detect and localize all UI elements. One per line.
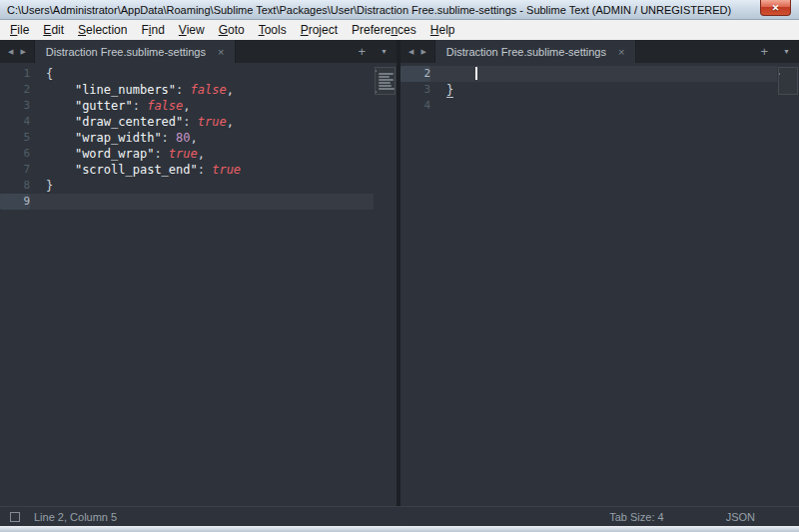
close-icon: ✕ — [772, 3, 780, 13]
menu-help[interactable]: Help — [423, 21, 462, 40]
code-line[interactable]: 6 "word_wrap": true, — [0, 146, 374, 162]
code-line[interactable]: 3 "gutter": false, — [0, 98, 374, 114]
menu-edit[interactable]: Edit — [36, 21, 71, 40]
code-line[interactable]: 3} — [400, 82, 777, 98]
minimap-left[interactable] — [374, 66, 397, 506]
syntax-indicator[interactable]: JSON — [726, 511, 755, 523]
tab-distraction-free-settings[interactable]: Distraction Free.sublime-settings × — [34, 40, 237, 63]
text-caret — [475, 67, 477, 80]
tab-distraction-free-settings[interactable]: Distraction Free.sublime-settings × — [434, 40, 637, 63]
menu-tools[interactable]: Tools — [252, 21, 294, 40]
code-view-left[interactable]: 1{2 "line_numbers": false,3 "gutter": fa… — [0, 66, 374, 506]
tab-label: Distraction Free.sublime-settings — [46, 46, 206, 58]
new-tab-icon[interactable]: + — [760, 45, 768, 58]
tab-close-icon[interactable]: × — [218, 46, 224, 58]
line-number[interactable]: 8 — [0, 178, 30, 194]
menu-project[interactable]: Project — [294, 21, 345, 40]
code-line[interactable]: 9 — [0, 194, 374, 210]
tab-bar-right: ◀ ▶ Distraction Free.sublime-settings × … — [400, 40, 799, 63]
tab-overflow-icon[interactable]: ▼ — [783, 48, 790, 55]
tab-overflow-icon[interactable]: ▼ — [381, 48, 388, 55]
minimap-viewport[interactable] — [778, 67, 798, 95]
code-line[interactable]: 5 "wrap_width": 80, — [0, 130, 374, 146]
minimap-viewport[interactable] — [375, 67, 396, 95]
menu-view[interactable]: View — [172, 21, 212, 40]
status-left: Line 2, Column 5 — [10, 511, 117, 523]
editor-group-left: ◀ ▶ Distraction Free.sublime-settings × … — [0, 40, 397, 506]
menu-selection[interactable]: Selection — [71, 21, 134, 40]
code-line[interactable]: 7 "scroll_past_end": true — [0, 162, 374, 178]
line-number[interactable]: 7 — [0, 162, 30, 178]
status-right: Tab Size: 4 JSON — [609, 511, 789, 523]
tab-scroll-right-icon[interactable]: ▶ — [420, 48, 425, 56]
tab-label: Distraction Free.sublime-settings — [446, 46, 606, 58]
new-tab-icon[interactable]: + — [358, 45, 366, 58]
window-title: C:\Users\Administrator\AppData\Roaming\S… — [7, 4, 731, 16]
editor-left: 1{2 "line_numbers": false,3 "gutter": fa… — [0, 63, 397, 506]
code-view-right[interactable]: 2 3}4 — [400, 66, 777, 506]
tab-scroll-right-icon[interactable]: ▶ — [20, 48, 25, 56]
tab-controls: + ▼ — [349, 40, 397, 63]
line-number[interactable]: 4 — [400, 98, 430, 114]
line-number[interactable]: 5 — [0, 130, 30, 146]
code-line[interactable]: 4 "draw_centered": true, — [0, 114, 374, 130]
menu-goto[interactable]: Goto — [212, 21, 252, 40]
line-number[interactable]: 1 — [0, 66, 30, 82]
tab-size-indicator[interactable]: Tab Size: 4 — [609, 511, 663, 523]
editor-group-right: ◀ ▶ Distraction Free.sublime-settings × … — [400, 40, 799, 506]
tab-scroll-arrows: ◀ ▶ — [0, 40, 34, 63]
line-number[interactable]: 2 — [400, 66, 430, 82]
status-bar: Line 2, Column 5 Tab Size: 4 JSON — [0, 506, 799, 526]
editor-right: 2 3}4 — [400, 63, 799, 506]
tab-scroll-left-icon[interactable]: ◀ — [8, 48, 13, 56]
window-bottom-border — [0, 526, 799, 532]
minimap-right[interactable] — [777, 66, 799, 506]
cursor-position: Line 2, Column 5 — [34, 511, 117, 523]
line-number[interactable]: 2 — [0, 82, 30, 98]
editor-area: ◀ ▶ Distraction Free.sublime-settings × … — [0, 40, 799, 506]
line-number[interactable]: 9 — [0, 194, 30, 210]
menu-preferences[interactable]: Preferences — [345, 21, 423, 40]
vintage-mode-icon[interactable] — [10, 512, 20, 522]
tab-scroll-arrows: ◀ ▶ — [400, 40, 434, 63]
code-line[interactable]: 2 — [400, 66, 777, 82]
close-button[interactable]: ✕ — [760, 0, 791, 16]
tab-controls: + ▼ — [751, 40, 799, 63]
titlebar: C:\Users\Administrator\AppData\Roaming\S… — [0, 0, 799, 20]
code-line[interactable]: 2 "line_numbers": false, — [0, 82, 374, 98]
menu-bar: FileEditSelectionFindViewGotoToolsProjec… — [0, 20, 799, 40]
tab-close-icon[interactable]: × — [618, 46, 624, 58]
code-line[interactable]: 1{ — [0, 66, 374, 82]
line-number[interactable]: 3 — [400, 82, 430, 98]
line-number[interactable]: 6 — [0, 146, 30, 162]
tab-scroll-left-icon[interactable]: ◀ — [408, 48, 413, 56]
sublime-text-window: C:\Users\Administrator\AppData\Roaming\S… — [0, 0, 799, 532]
code-line[interactable]: 8} — [0, 178, 374, 194]
tab-bar-left: ◀ ▶ Distraction Free.sublime-settings × … — [0, 40, 397, 63]
code-line[interactable]: 4 — [400, 98, 777, 114]
line-number[interactable]: 4 — [0, 114, 30, 130]
menu-file[interactable]: File — [3, 21, 36, 40]
line-number[interactable]: 3 — [0, 98, 30, 114]
menu-find[interactable]: Find — [134, 21, 171, 40]
